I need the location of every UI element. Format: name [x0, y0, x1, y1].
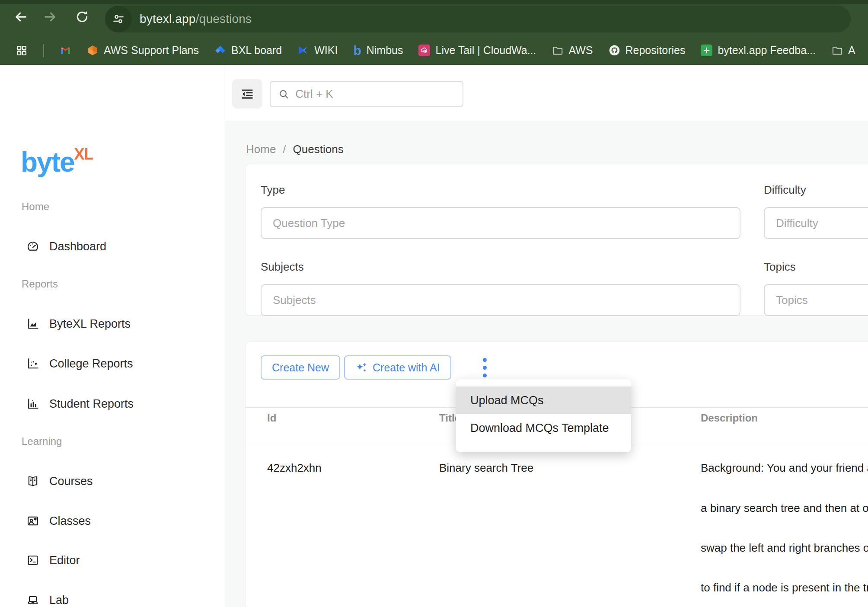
sidebar-heading-learning: Learning [22, 435, 62, 447]
breadcrumb-current: Questions [293, 143, 344, 156]
filter-label-type: Type [261, 183, 285, 197]
url-host: bytexl.app [140, 12, 196, 26]
menu-item-download-mcqs-template[interactable]: Download MCQs Template [456, 414, 631, 442]
row-title-cell: Binary search Tree [439, 461, 533, 475]
bar-chart-icon [26, 397, 40, 411]
class-card-icon [26, 514, 40, 528]
bookmark-bytexl-feedback[interactable]: bytexl.app Feedba... [701, 44, 816, 57]
sidebar-item-dashboard[interactable]: Dashboard [0, 234, 224, 259]
bookmark-aws-folder[interactable]: AWS [552, 44, 593, 57]
sidebar: byteXL Home Dashboard Reports ByteXL Rep… [0, 65, 224, 607]
folder-icon [831, 45, 843, 56]
apps-grid-icon [16, 45, 28, 57]
topics-input[interactable] [764, 284, 868, 316]
bookmark-folder-a[interactable]: A [831, 44, 855, 57]
scatter-chart-icon [26, 357, 40, 371]
laptop-icon [26, 593, 40, 607]
sidebar-item-courses[interactable]: Courses [0, 469, 224, 493]
subjects-input[interactable] [261, 284, 740, 316]
breadcrumb: Home / Questions [246, 143, 344, 156]
breadcrumb-home-link[interactable]: Home [246, 143, 276, 156]
forward-button[interactable] [41, 7, 59, 26]
row-description-line: Background: You and your friend a [701, 461, 868, 475]
filter-label-topics: Topics [764, 260, 796, 274]
forward-arrow-icon [43, 10, 57, 24]
ai-sparkles-icon [355, 361, 367, 374]
sidebar-item-editor[interactable]: Editor [0, 548, 224, 572]
global-search [270, 81, 463, 107]
search-input[interactable] [295, 87, 455, 101]
sidebar-item-classes[interactable]: Classes [0, 509, 224, 533]
column-header-id: Id [267, 412, 276, 424]
back-button[interactable] [12, 7, 29, 26]
question-type-input[interactable] [261, 207, 740, 239]
tab-strip-edge [0, 0, 868, 4]
back-arrow-icon [13, 10, 28, 24]
bookmark-wiki[interactable]: WIKI [297, 44, 338, 57]
bookmark-live-tail-cloudwatch[interactable]: Live Tail | CloudWa... [418, 44, 536, 57]
url-path: /questions [196, 12, 252, 26]
column-header-description: Description [701, 412, 758, 424]
apps-grid-button[interactable] [16, 45, 28, 57]
jira-icon [214, 45, 226, 56]
bookmark-nimbus[interactable]: b Nimbus [353, 44, 403, 57]
row-id-cell: 42zxh2xhn [267, 461, 322, 475]
book-icon [26, 474, 40, 488]
bookmarks-divider [43, 44, 44, 57]
create-new-button[interactable]: Create New [261, 355, 340, 380]
kebab-dot [483, 374, 487, 377]
bookmark-repositories[interactable]: Repositories [609, 44, 686, 57]
screenshot-root: bytexl.app/questions AWS Support Plans [0, 0, 868, 607]
sidebar-item-college-reports[interactable]: College Reports [0, 351, 224, 376]
reload-icon [75, 10, 89, 24]
terminal-icon [26, 553, 40, 567]
nimbus-icon: b [353, 45, 361, 56]
sidebar-item-lab[interactable]: Lab [0, 588, 224, 607]
row-description-line: swap the left and right branches o [701, 541, 868, 555]
sidebar-item-student-reports[interactable]: Student Reports [0, 392, 224, 416]
create-with-ai-button[interactable]: Create with AI [344, 355, 451, 380]
more-actions-kebab-button[interactable] [475, 355, 494, 380]
wiki-icon [297, 45, 309, 56]
row-description-line: a binary search tree and then at oc [701, 502, 868, 515]
gmail-icon [60, 45, 71, 56]
folder-icon [552, 45, 563, 56]
collapse-sidebar-icon [240, 86, 255, 101]
filters-card: Type Difficulty Subjects Topics [245, 164, 868, 316]
sidebar-collapse-button[interactable] [232, 79, 262, 109]
kebab-dot [483, 366, 487, 370]
bookmarks-bar: AWS Support Plans BXL board WIKI b Nimbu… [0, 36, 868, 65]
browser-toolbar: bytexl.app/questions AWS Support Plans [0, 0, 868, 65]
difficulty-input[interactable] [764, 207, 868, 239]
gauge-icon [26, 240, 40, 253]
tune-icon [112, 13, 125, 26]
row-description-line: to find if a node is present in the tr [701, 581, 868, 594]
kebab-dot [483, 358, 487, 362]
filter-label-subjects: Subjects [261, 260, 304, 274]
github-icon [609, 45, 620, 56]
actions-dropdown-menu: Upload MCQs Download MCQs Template [456, 379, 631, 452]
filter-label-difficulty: Difficulty [764, 183, 806, 197]
breadcrumb-separator: / [283, 143, 286, 156]
search-icon [278, 88, 289, 100]
site-settings-button[interactable] [105, 6, 132, 32]
bookmark-aws-support-plans[interactable]: AWS Support Plans [87, 44, 199, 57]
cloudwatch-icon [418, 45, 430, 56]
reload-button[interactable] [73, 7, 92, 26]
bookmark-bxl-board[interactable]: BXL board [214, 44, 282, 57]
sidebar-heading-reports: Reports [22, 278, 58, 290]
area-chart-icon [26, 317, 40, 331]
aws-box-icon [87, 45, 99, 56]
sheets-icon [701, 45, 712, 56]
sidebar-heading-home: Home [22, 201, 49, 213]
url-text: bytexl.app/questions [140, 12, 252, 26]
bytexl-logo: byteXL [21, 145, 93, 178]
menu-item-upload-mcqs[interactable]: Upload MCQs [456, 387, 631, 414]
url-bar[interactable]: bytexl.app/questions [105, 6, 851, 32]
sidebar-item-bytexl-reports[interactable]: ByteXL Reports [0, 312, 224, 336]
bookmark-gmail[interactable] [60, 45, 71, 56]
